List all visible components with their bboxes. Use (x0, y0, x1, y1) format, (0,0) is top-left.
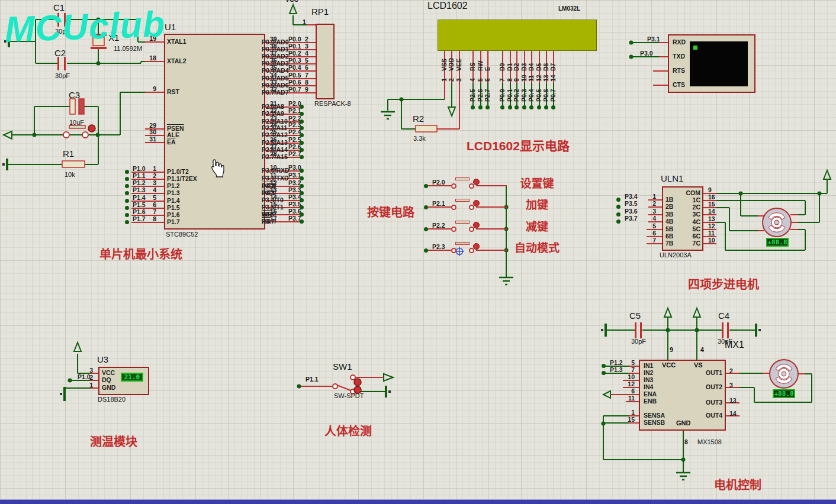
mouse-hand-cursor (212, 160, 224, 177)
overlay (0, 0, 836, 504)
proteus-schematic-canvas: +88.8 +88.8 21.0 C1 30pF C2 30pF X1 11.0… (0, 0, 836, 504)
